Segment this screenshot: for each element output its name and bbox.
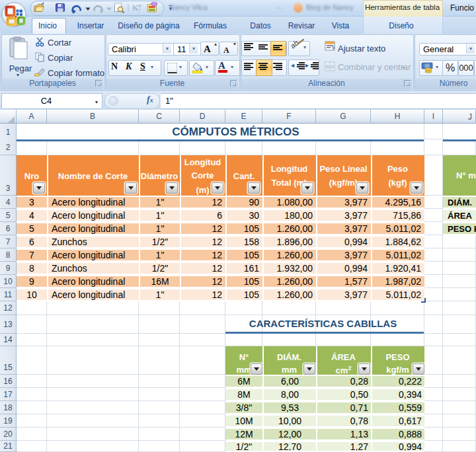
svg-text:K: K: [132, 3, 139, 13]
